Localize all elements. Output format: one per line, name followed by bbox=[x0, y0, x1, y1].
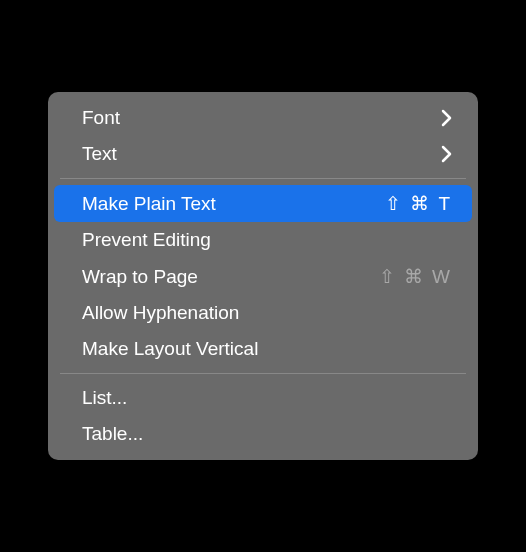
menu-item-text[interactable]: Text bbox=[54, 136, 472, 172]
chevron-right-icon bbox=[441, 145, 452, 163]
menu-item-label: List... bbox=[82, 387, 452, 409]
chevron-right-icon bbox=[441, 109, 452, 127]
menu-item-table[interactable]: Table... bbox=[54, 416, 472, 452]
menu-item-label: Wrap to Page bbox=[82, 266, 379, 288]
menu-separator bbox=[60, 373, 466, 374]
menu-item-make-plain-text[interactable]: Make Plain Text ⇧ ⌘ T bbox=[54, 185, 472, 222]
menu-item-wrap-to-page[interactable]: Wrap to Page ⇧ ⌘ W bbox=[54, 258, 472, 295]
menu-item-allow-hyphenation[interactable]: Allow Hyphenation bbox=[54, 295, 472, 331]
menu-separator bbox=[60, 178, 466, 179]
menu-item-label: Make Layout Vertical bbox=[82, 338, 452, 360]
keyboard-shortcut: ⇧ ⌘ T bbox=[385, 192, 452, 215]
menu-item-label: Text bbox=[82, 143, 441, 165]
menu-item-label: Font bbox=[82, 107, 441, 129]
context-menu: Font Text Make Plain Text ⇧ ⌘ T Prevent … bbox=[48, 92, 478, 460]
menu-item-label: Allow Hyphenation bbox=[82, 302, 452, 324]
menu-item-label: Table... bbox=[82, 423, 452, 445]
menu-item-font[interactable]: Font bbox=[54, 100, 472, 136]
menu-item-list[interactable]: List... bbox=[54, 380, 472, 416]
menu-item-label: Prevent Editing bbox=[82, 229, 452, 251]
keyboard-shortcut: ⇧ ⌘ W bbox=[379, 265, 453, 288]
menu-item-prevent-editing[interactable]: Prevent Editing bbox=[54, 222, 472, 258]
menu-item-label: Make Plain Text bbox=[82, 193, 385, 215]
menu-item-make-layout-vertical[interactable]: Make Layout Vertical bbox=[54, 331, 472, 367]
